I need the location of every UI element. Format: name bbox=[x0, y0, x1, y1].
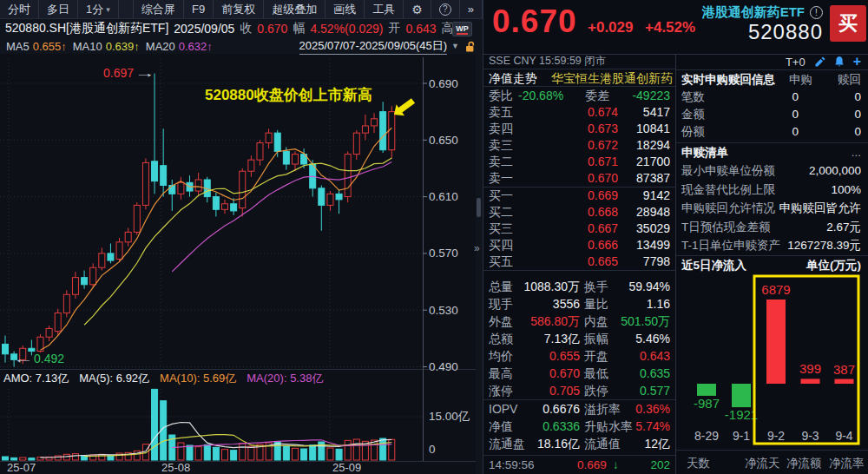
bar-date: 2025/09/05 bbox=[174, 22, 234, 36]
info-icon[interactable]: ! bbox=[810, 6, 823, 19]
close-label: 收 bbox=[240, 21, 252, 36]
buy-button[interactable]: 买 bbox=[830, 5, 866, 42]
ma20-label: MA20 bbox=[146, 40, 175, 53]
ask-row[interactable]: 卖三0.67218294 bbox=[483, 137, 675, 154]
price-axis-label: 0.490 bbox=[429, 360, 458, 373]
candle-body bbox=[55, 313, 61, 331]
flow-value-label: 6879 bbox=[761, 282, 790, 297]
candle-body bbox=[82, 278, 88, 285]
bid-row[interactable]: 买三0.66735029 bbox=[483, 221, 675, 237]
vol-ma10-value: 5.69亿 bbox=[203, 372, 236, 385]
candle-body bbox=[266, 133, 272, 142]
candle-body bbox=[125, 232, 131, 241]
level-price: 0.667 bbox=[588, 221, 618, 237]
quote-stats: 总量1088.30万换手59.94%现手3556量比1.16外盘586.80万内… bbox=[483, 270, 675, 399]
volume-bar bbox=[3, 457, 9, 460]
level-price: 0.668 bbox=[588, 204, 618, 221]
stat-value: 0.36% bbox=[635, 400, 670, 418]
candle-body bbox=[72, 278, 78, 295]
list-value: 100% bbox=[831, 181, 861, 200]
chevron-down-icon[interactable]: ▼ bbox=[451, 42, 459, 50]
ask-row[interactable]: 卖二0.67121700 bbox=[483, 154, 675, 170]
level-label: 买二 bbox=[489, 204, 513, 221]
stat-label: 现手 bbox=[489, 295, 513, 313]
candle-body bbox=[231, 204, 237, 211]
toolbar-item-分时[interactable]: 分时 bbox=[0, 0, 39, 18]
stat-label: 总额 bbox=[489, 330, 513, 347]
down-arrow-icon: ↓ bbox=[613, 456, 619, 474]
bid-row[interactable]: 买二0.66828948 bbox=[483, 204, 675, 221]
ma20-value: 0.632↑ bbox=[179, 40, 213, 53]
tab-净流额[interactable]: 净流额 bbox=[786, 456, 822, 471]
volume-bar bbox=[292, 448, 298, 460]
vol-ma10-label: MA(10): bbox=[160, 372, 200, 385]
bid-row[interactable]: 买五0.6657798 bbox=[483, 253, 675, 270]
flow-date-label: 9-2 bbox=[767, 429, 785, 443]
chart-scrollbar[interactable] bbox=[476, 54, 483, 474]
low-price-annotation: ←0.492 bbox=[17, 352, 64, 365]
edit-pencil-icon[interactable] bbox=[813, 56, 825, 68]
bid-row[interactable]: 买四0.66613499 bbox=[483, 237, 675, 253]
ask-row[interactable]: 卖四0.67310841 bbox=[483, 121, 675, 137]
list-label: 现金替代比例上限 bbox=[681, 181, 775, 200]
toolbar-item-综合屏[interactable]: 综合屏 bbox=[134, 0, 184, 18]
candle-body bbox=[169, 186, 175, 194]
ma10-value: 0.639↑ bbox=[106, 40, 140, 53]
toolbar-item-help[interactable]: ? bbox=[431, 0, 460, 18]
candle-body bbox=[327, 194, 333, 205]
stat-value: 5.74% bbox=[635, 418, 670, 435]
stat-label: 总量 bbox=[489, 278, 513, 295]
tab-净流天[interactable]: 净流天 bbox=[745, 456, 780, 471]
volume-bar bbox=[301, 449, 307, 460]
flow-date-label: 9-1 bbox=[733, 429, 750, 443]
alert-bell-icon[interactable] bbox=[833, 56, 845, 68]
toolbar-item-画线[interactable]: 画线 bbox=[326, 0, 365, 18]
stat-value: 0.6336 bbox=[542, 418, 580, 435]
toolbar-item-超级叠加[interactable]: 超级叠加 bbox=[264, 0, 326, 18]
stat-value: 7.13亿 bbox=[544, 330, 580, 347]
volume-bar bbox=[29, 458, 35, 460]
unlock-icon[interactable] bbox=[464, 40, 476, 53]
toolbar-item-F9[interactable]: F9 bbox=[184, 0, 214, 18]
list-row: T-1日单位申赎资产1267278.39元 bbox=[676, 236, 868, 255]
toolbar-item-前复权[interactable]: 前复权 bbox=[214, 0, 264, 18]
scrollbar-thumb[interactable] bbox=[477, 198, 481, 217]
list-label: 最小申赎单位份额 bbox=[681, 161, 775, 181]
level-qty: 18294 bbox=[636, 137, 670, 154]
open-label: 开 bbox=[388, 21, 400, 36]
bid-row[interactable]: 买一0.6699142 bbox=[483, 188, 675, 204]
fund-name-link[interactable]: 华宝恒生港股通创新药 bbox=[551, 69, 673, 87]
level-price: 0.674 bbox=[588, 104, 618, 121]
ask-levels: 卖五0.6745417卖四0.67310841卖三0.67218294卖二0.6… bbox=[483, 104, 675, 187]
panel-collapse-icon[interactable]: » bbox=[474, 243, 486, 255]
tab-天数[interactable]: 天数 bbox=[687, 456, 710, 471]
tab-净流率[interactable]: 净流率 bbox=[829, 456, 865, 471]
toolbar-item-more[interactable]: » bbox=[460, 0, 483, 18]
flow-bar-9-3 bbox=[801, 379, 820, 384]
list-value: 2,000,000 bbox=[809, 161, 861, 181]
candle-body bbox=[353, 133, 359, 154]
toolbar-item-多日[interactable]: 多日 bbox=[39, 0, 78, 18]
ask-row[interactable]: 卖五0.6745417 bbox=[483, 104, 675, 121]
level-price: 0.666 bbox=[588, 237, 618, 253]
volume-bar bbox=[336, 449, 342, 460]
level-price: 0.672 bbox=[588, 137, 618, 154]
date-range-selector[interactable]: 2025/07/07-2025/09/05(45日) bbox=[299, 38, 448, 55]
nav-label[interactable]: 净值走势 bbox=[489, 69, 537, 87]
more-icon[interactable]: ... bbox=[852, 143, 861, 162]
weibi-value: -20.68% bbox=[518, 87, 563, 105]
stat-label: 最低 bbox=[584, 365, 608, 382]
security-name[interactable]: 港股通创新药ETF bbox=[702, 4, 805, 21]
ask-row[interactable]: 卖一0.67087387 bbox=[483, 170, 675, 187]
add-icon[interactable]: + bbox=[853, 54, 861, 69]
volume-bar bbox=[222, 450, 228, 460]
toolbar-item-gear[interactable]: ⚙ bbox=[404, 0, 431, 18]
toolbar-item-工具[interactable]: 工具 bbox=[365, 0, 404, 18]
candle-body bbox=[240, 171, 246, 207]
wp-tool-icon[interactable]: WP bbox=[452, 22, 472, 36]
level-price: 0.669 bbox=[588, 188, 618, 204]
level-price: 0.671 bbox=[588, 154, 618, 170]
level-price: 0.670 bbox=[588, 170, 618, 187]
toolbar-item-1分[interactable]: 1分▾ bbox=[78, 0, 119, 18]
list-label: T日预估现金差额 bbox=[681, 218, 771, 237]
